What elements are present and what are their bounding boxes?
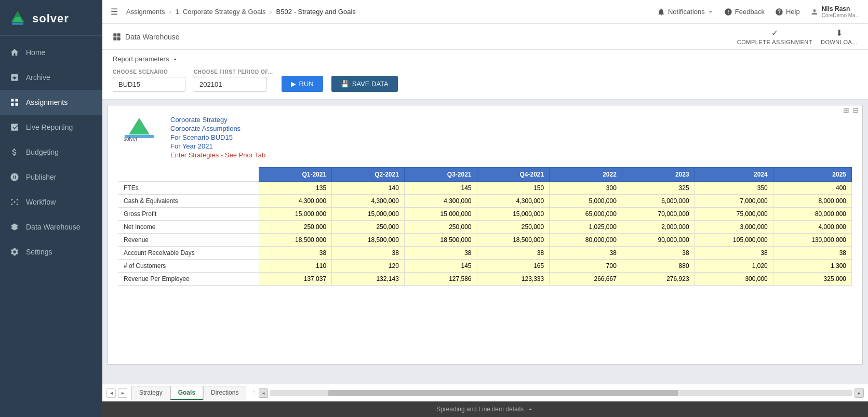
row-cell[interactable]: 38 bbox=[695, 247, 773, 260]
row-cell[interactable]: 38 bbox=[259, 247, 332, 260]
sidebar-item-settings[interactable]: Settings bbox=[0, 239, 102, 264]
row-cell[interactable]: 18,500,000 bbox=[259, 234, 332, 247]
sidebar-item-data-warehouse[interactable]: Data Warehouse bbox=[0, 214, 102, 239]
row-cell[interactable]: 120 bbox=[332, 260, 405, 273]
row-cell[interactable]: 18,500,000 bbox=[404, 234, 477, 247]
row-cell[interactable]: 6,000,000 bbox=[622, 195, 695, 208]
row-cell[interactable]: 18,500,000 bbox=[332, 234, 405, 247]
row-cell[interactable]: 132,143 bbox=[332, 273, 405, 286]
row-cell[interactable]: 140 bbox=[332, 182, 405, 195]
row-cell[interactable]: 110 bbox=[259, 260, 332, 273]
save-data-button[interactable]: 💾 SAVE DATA bbox=[331, 76, 398, 92]
row-cell[interactable]: 325,000 bbox=[773, 273, 851, 286]
row-cell[interactable]: 38 bbox=[332, 247, 405, 260]
row-cell[interactable]: 80,000,000 bbox=[773, 208, 851, 221]
sheet-tab-directions[interactable]: Directions bbox=[203, 386, 246, 400]
sheet-prev-button[interactable]: ◂ bbox=[106, 388, 116, 398]
feedback-button[interactable]: Feedback bbox=[724, 8, 765, 16]
row-cell[interactable]: 150 bbox=[477, 182, 550, 195]
row-cell[interactable]: 2,000,000 bbox=[622, 221, 695, 234]
row-cell[interactable]: 165 bbox=[477, 260, 550, 273]
sheet-tab-strategy[interactable]: Strategy bbox=[131, 386, 170, 400]
help-button[interactable]: Help bbox=[775, 8, 800, 16]
sidebar-item-budgeting[interactable]: Budgeting bbox=[0, 140, 102, 165]
row-cell[interactable]: 123,333 bbox=[477, 273, 550, 286]
expand-icon[interactable]: ⊞ bbox=[843, 106, 849, 114]
row-cell[interactable]: 276,923 bbox=[622, 273, 695, 286]
sidebar-item-live-reporting[interactable]: Live Reporting bbox=[0, 115, 102, 140]
row-cell[interactable]: 137,037 bbox=[259, 273, 332, 286]
sidebar-item-archive[interactable]: Archive bbox=[0, 65, 102, 90]
report-controls: ⊞ ⊟ bbox=[843, 106, 859, 114]
scroll-right-button[interactable]: ▸ bbox=[854, 388, 864, 398]
row-cell[interactable]: 18,500,000 bbox=[477, 234, 550, 247]
notifications-button[interactable]: Notifications bbox=[657, 8, 714, 16]
row-cell[interactable]: 350 bbox=[695, 182, 773, 195]
row-cell[interactable]: 65,000,000 bbox=[550, 208, 622, 221]
run-button[interactable]: ▶ RUN bbox=[282, 76, 323, 92]
row-cell[interactable]: 250,000 bbox=[404, 221, 477, 234]
hamburger-icon[interactable]: ☰ bbox=[111, 7, 118, 17]
row-cell[interactable]: 4,300,000 bbox=[259, 195, 332, 208]
row-cell[interactable]: 38 bbox=[477, 247, 550, 260]
sheet-next-button[interactable]: ▸ bbox=[118, 388, 127, 398]
row-cell[interactable]: 90,000,000 bbox=[622, 234, 695, 247]
grid-icon[interactable]: ⊟ bbox=[852, 106, 859, 114]
row-cell[interactable]: 15,000,000 bbox=[259, 208, 332, 221]
row-cell[interactable]: 700 bbox=[550, 260, 622, 273]
row-cell[interactable]: 325 bbox=[622, 182, 695, 195]
scenario-input[interactable] bbox=[113, 77, 185, 92]
row-cell[interactable]: 15,000,000 bbox=[477, 208, 550, 221]
row-cell[interactable]: 145 bbox=[404, 182, 477, 195]
row-cell[interactable]: 1,300 bbox=[773, 260, 851, 273]
row-cell[interactable]: 8,000,000 bbox=[773, 195, 851, 208]
breadcrumb-strategy-goals[interactable]: 1. Corporate Strategy & Goals bbox=[175, 8, 265, 16]
row-cell[interactable]: 250,000 bbox=[332, 221, 405, 234]
row-cell[interactable]: 4,300,000 bbox=[477, 195, 550, 208]
breadcrumb-assignments[interactable]: Assignments bbox=[126, 8, 165, 16]
row-cell[interactable]: 7,000,000 bbox=[695, 195, 773, 208]
row-cell[interactable]: 38 bbox=[404, 247, 477, 260]
row-cell[interactable]: 266,667 bbox=[550, 273, 622, 286]
row-cell[interactable]: 38 bbox=[622, 247, 695, 260]
row-cell[interactable]: 1,025,000 bbox=[550, 221, 622, 234]
params-header[interactable]: Report parameters bbox=[113, 55, 858, 63]
sidebar-item-publisher[interactable]: Publisher bbox=[0, 165, 102, 190]
sidebar-item-workflow[interactable]: Workflow bbox=[0, 190, 102, 214]
row-cell[interactable]: 135 bbox=[259, 182, 332, 195]
row-cell[interactable]: 4,300,000 bbox=[404, 195, 477, 208]
row-cell[interactable]: 250,000 bbox=[259, 221, 332, 234]
spreading-bar[interactable]: Spreading and Line item details bbox=[102, 401, 868, 417]
sidebar-item-assignments[interactable]: Assignments bbox=[0, 90, 102, 115]
row-cell[interactable]: 4,000,000 bbox=[773, 221, 851, 234]
row-cell[interactable]: 1,020 bbox=[695, 260, 773, 273]
row-cell[interactable]: 15,000,000 bbox=[404, 208, 477, 221]
row-cell[interactable]: 38 bbox=[550, 247, 622, 260]
row-cell[interactable]: 3,000,000 bbox=[695, 221, 773, 234]
row-cell[interactable]: 4,300,000 bbox=[332, 195, 405, 208]
row-cell[interactable]: 300,000 bbox=[695, 273, 773, 286]
row-cell[interactable]: 145 bbox=[404, 260, 477, 273]
row-cell[interactable]: 105,000,000 bbox=[695, 234, 773, 247]
period-input[interactable] bbox=[194, 77, 266, 92]
row-cell[interactable]: 127,586 bbox=[404, 273, 477, 286]
row-cell[interactable]: 70,000,000 bbox=[622, 208, 695, 221]
row-cell[interactable]: 75,000,000 bbox=[695, 208, 773, 221]
row-cell[interactable]: 400 bbox=[773, 182, 851, 195]
row-cell[interactable]: 38 bbox=[773, 247, 851, 260]
download-button[interactable]: ⬇ DOWNLOA... bbox=[821, 28, 858, 45]
row-cell[interactable]: 300 bbox=[550, 182, 622, 195]
complete-assignment-button[interactable]: ✓ COMPLETE ASSIGNMENT bbox=[737, 28, 812, 45]
row-cell[interactable]: 15,000,000 bbox=[332, 208, 405, 221]
user-profile[interactable]: Nils Rasn CoreDemo Ma... bbox=[810, 5, 860, 18]
row-cell[interactable]: 5,000,000 bbox=[550, 195, 622, 208]
sidebar-item-home[interactable]: Home bbox=[0, 40, 102, 65]
report-container[interactable]: ⊞ ⊟ solver bbox=[102, 100, 868, 384]
row-cell[interactable]: 880 bbox=[622, 260, 695, 273]
row-cell[interactable]: 250,000 bbox=[477, 221, 550, 234]
row-cell[interactable]: 130,000,000 bbox=[773, 234, 851, 247]
sheet-tab-goals[interactable]: Goals bbox=[170, 386, 203, 400]
scroll-left-button[interactable]: ◂ bbox=[259, 388, 268, 398]
row-cell[interactable]: 80,000,000 bbox=[550, 234, 622, 247]
scroll-track[interactable] bbox=[270, 390, 852, 396]
